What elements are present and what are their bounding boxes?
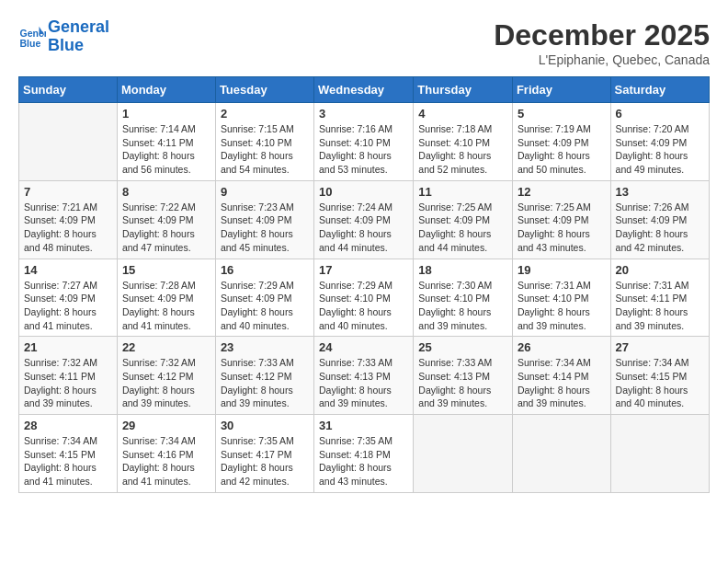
day-number: 14 — [24, 263, 112, 277]
day-info: Sunrise: 7:35 AM Sunset: 4:17 PM Dayligh… — [221, 434, 309, 488]
day-info: Sunrise: 7:33 AM Sunset: 4:13 PM Dayligh… — [319, 356, 408, 410]
day-number: 25 — [418, 340, 507, 354]
header-cell-tuesday: Tuesday — [215, 77, 313, 103]
day-number: 15 — [122, 263, 210, 277]
logo-blue: Blue — [48, 37, 109, 55]
calendar-table: SundayMondayTuesdayWednesdayThursdayFrid… — [18, 76, 710, 493]
calendar-cell: 14Sunrise: 7:27 AM Sunset: 4:09 PM Dayli… — [19, 259, 118, 337]
day-number: 27 — [616, 340, 704, 354]
day-info: Sunrise: 7:25 AM Sunset: 4:09 PM Dayligh… — [518, 201, 606, 255]
calendar-cell: 30Sunrise: 7:35 AM Sunset: 4:17 PM Dayli… — [215, 415, 313, 493]
day-number: 21 — [24, 340, 112, 354]
day-info: Sunrise: 7:18 AM Sunset: 4:10 PM Dayligh… — [418, 122, 507, 177]
calendar-cell: 19Sunrise: 7:31 AM Sunset: 4:10 PM Dayli… — [512, 259, 610, 337]
day-info: Sunrise: 7:20 AM Sunset: 4:09 PM Dayligh… — [616, 122, 704, 177]
calendar-cell: 9Sunrise: 7:23 AM Sunset: 4:09 PM Daylig… — [215, 180, 313, 259]
day-info: Sunrise: 7:14 AM Sunset: 4:11 PM Dayligh… — [122, 122, 210, 177]
calendar-cell — [19, 103, 118, 181]
day-info: Sunrise: 7:22 AM Sunset: 4:09 PM Dayligh… — [122, 201, 210, 255]
calendar-week-1: 1Sunrise: 7:14 AM Sunset: 4:11 PM Daylig… — [19, 103, 710, 181]
calendar-cell: 11Sunrise: 7:25 AM Sunset: 4:09 PM Dayli… — [414, 180, 513, 259]
day-number: 9 — [221, 185, 309, 199]
month-title: December 2025 — [494, 18, 710, 52]
day-info: Sunrise: 7:19 AM Sunset: 4:09 PM Dayligh… — [518, 122, 606, 177]
day-number: 8 — [122, 185, 210, 199]
calendar-cell: 24Sunrise: 7:33 AM Sunset: 4:13 PM Dayli… — [314, 337, 414, 415]
day-info: Sunrise: 7:29 AM Sunset: 4:10 PM Dayligh… — [319, 279, 408, 333]
calendar-cell — [414, 415, 513, 493]
calendar-cell: 25Sunrise: 7:33 AM Sunset: 4:13 PM Dayli… — [414, 337, 513, 415]
title-area: December 2025 L'Epiphanie, Quebec, Canad… — [494, 18, 710, 67]
day-number: 3 — [319, 107, 408, 121]
day-info: Sunrise: 7:34 AM Sunset: 4:15 PM Dayligh… — [24, 434, 112, 488]
calendar-cell: 28Sunrise: 7:34 AM Sunset: 4:15 PM Dayli… — [19, 415, 118, 493]
calendar-cell: 21Sunrise: 7:32 AM Sunset: 4:11 PM Dayli… — [19, 337, 118, 415]
day-number: 26 — [518, 340, 606, 354]
day-info: Sunrise: 7:30 AM Sunset: 4:10 PM Dayligh… — [418, 279, 507, 333]
day-info: Sunrise: 7:21 AM Sunset: 4:09 PM Dayligh… — [24, 201, 112, 255]
calendar-cell: 17Sunrise: 7:29 AM Sunset: 4:10 PM Dayli… — [314, 259, 414, 337]
day-info: Sunrise: 7:23 AM Sunset: 4:09 PM Dayligh… — [221, 201, 309, 255]
calendar-cell: 23Sunrise: 7:33 AM Sunset: 4:12 PM Dayli… — [215, 337, 313, 415]
day-info: Sunrise: 7:31 AM Sunset: 4:10 PM Dayligh… — [518, 279, 606, 333]
calendar-cell: 7Sunrise: 7:21 AM Sunset: 4:09 PM Daylig… — [19, 180, 118, 259]
day-number: 5 — [518, 107, 606, 121]
calendar-cell: 31Sunrise: 7:35 AM Sunset: 4:18 PM Dayli… — [314, 415, 414, 493]
day-number: 13 — [616, 185, 704, 199]
header-cell-thursday: Thursday — [414, 77, 513, 103]
logo-general: General — [48, 17, 109, 36]
day-info: Sunrise: 7:35 AM Sunset: 4:18 PM Dayligh… — [319, 434, 408, 488]
day-number: 18 — [418, 263, 507, 277]
day-number: 2 — [221, 107, 309, 121]
header-cell-wednesday: Wednesday — [314, 77, 414, 103]
day-number: 28 — [24, 419, 112, 432]
calendar-cell: 15Sunrise: 7:28 AM Sunset: 4:09 PM Dayli… — [117, 259, 215, 337]
day-info: Sunrise: 7:33 AM Sunset: 4:12 PM Dayligh… — [221, 356, 309, 410]
calendar-cell: 2Sunrise: 7:15 AM Sunset: 4:10 PM Daylig… — [215, 103, 313, 181]
calendar-week-2: 7Sunrise: 7:21 AM Sunset: 4:09 PM Daylig… — [19, 180, 710, 259]
day-info: Sunrise: 7:24 AM Sunset: 4:09 PM Dayligh… — [319, 201, 408, 255]
day-info: Sunrise: 7:25 AM Sunset: 4:09 PM Dayligh… — [418, 201, 507, 255]
day-info: Sunrise: 7:31 AM Sunset: 4:11 PM Dayligh… — [616, 279, 704, 333]
calendar-cell: 16Sunrise: 7:29 AM Sunset: 4:09 PM Dayli… — [215, 259, 313, 337]
day-info: Sunrise: 7:29 AM Sunset: 4:09 PM Dayligh… — [221, 279, 309, 333]
header-cell-sunday: Sunday — [19, 77, 118, 103]
calendar-cell: 22Sunrise: 7:32 AM Sunset: 4:12 PM Dayli… — [117, 337, 215, 415]
calendar-cell: 5Sunrise: 7:19 AM Sunset: 4:09 PM Daylig… — [512, 103, 610, 181]
calendar-cell — [610, 415, 709, 493]
day-number: 10 — [319, 185, 408, 199]
header-cell-saturday: Saturday — [610, 77, 709, 103]
calendar-cell: 10Sunrise: 7:24 AM Sunset: 4:09 PM Dayli… — [314, 180, 414, 259]
day-number: 30 — [221, 419, 309, 432]
calendar-week-3: 14Sunrise: 7:27 AM Sunset: 4:09 PM Dayli… — [19, 259, 710, 337]
calendar-cell: 29Sunrise: 7:34 AM Sunset: 4:16 PM Dayli… — [117, 415, 215, 493]
day-info: Sunrise: 7:34 AM Sunset: 4:16 PM Dayligh… — [122, 434, 210, 488]
day-number: 20 — [616, 263, 704, 277]
day-number: 31 — [319, 419, 408, 432]
day-info: Sunrise: 7:26 AM Sunset: 4:09 PM Dayligh… — [616, 201, 704, 255]
day-number: 4 — [418, 107, 507, 121]
day-number: 22 — [122, 340, 210, 354]
day-number: 19 — [518, 263, 606, 277]
day-info: Sunrise: 7:32 AM Sunset: 4:12 PM Dayligh… — [122, 356, 210, 410]
day-info: Sunrise: 7:28 AM Sunset: 4:09 PM Dayligh… — [122, 279, 210, 333]
day-number: 12 — [518, 185, 606, 199]
calendar-cell: 12Sunrise: 7:25 AM Sunset: 4:09 PM Dayli… — [512, 180, 610, 259]
day-number: 1 — [122, 107, 210, 121]
logo-icon: General Blue — [18, 23, 46, 51]
calendar-header-row: SundayMondayTuesdayWednesdayThursdayFrid… — [19, 77, 710, 103]
calendar-cell: 6Sunrise: 7:20 AM Sunset: 4:09 PM Daylig… — [610, 103, 709, 181]
calendar-cell — [512, 415, 610, 493]
calendar-cell: 26Sunrise: 7:34 AM Sunset: 4:14 PM Dayli… — [512, 337, 610, 415]
day-info: Sunrise: 7:32 AM Sunset: 4:11 PM Dayligh… — [24, 356, 112, 410]
day-number: 24 — [319, 340, 408, 354]
page-header: General Blue General Blue December 2025 … — [18, 18, 710, 67]
calendar-week-4: 21Sunrise: 7:32 AM Sunset: 4:11 PM Dayli… — [19, 337, 710, 415]
day-info: Sunrise: 7:16 AM Sunset: 4:10 PM Dayligh… — [319, 122, 408, 177]
logo: General Blue General Blue — [18, 18, 109, 55]
calendar-week-5: 28Sunrise: 7:34 AM Sunset: 4:15 PM Dayli… — [19, 415, 710, 493]
calendar-cell: 4Sunrise: 7:18 AM Sunset: 4:10 PM Daylig… — [414, 103, 513, 181]
calendar-cell: 3Sunrise: 7:16 AM Sunset: 4:10 PM Daylig… — [314, 103, 414, 181]
svg-text:Blue: Blue — [20, 37, 41, 48]
day-info: Sunrise: 7:15 AM Sunset: 4:10 PM Dayligh… — [221, 122, 309, 177]
